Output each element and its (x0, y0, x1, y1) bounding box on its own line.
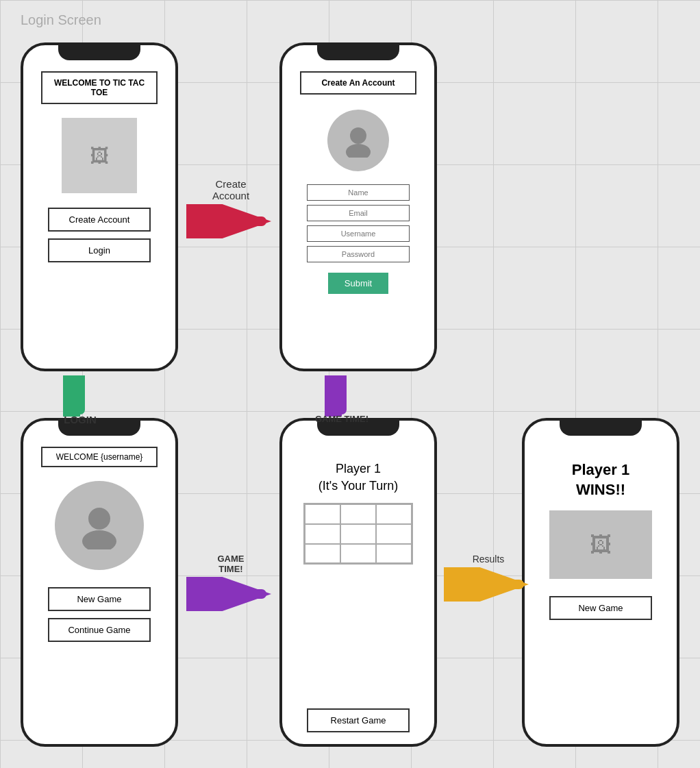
login-image-placeholder: 🖼 (62, 118, 137, 193)
results-image-placeholder: 🖼 (549, 510, 652, 579)
svg-point-1 (346, 144, 371, 158)
cell-4[interactable] (305, 524, 340, 544)
cell-1[interactable] (305, 504, 340, 524)
svg-point-3 (82, 530, 116, 549)
phone-login: WELCOME TO TIC TAC TOE 🖼 Create Account … (21, 42, 178, 371)
login-button[interactable]: Login (48, 238, 151, 262)
continue-game-button[interactable]: Continue Game (48, 618, 151, 642)
down-arrow-purple-icon (325, 375, 359, 417)
cell-7[interactable] (305, 544, 340, 564)
phone-game: Player 1 (It's Your Turn) Restart Game (279, 418, 437, 747)
down-arrow-green-icon (63, 375, 97, 417)
user-avatar (55, 481, 144, 570)
new-game-button[interactable]: New Game (48, 587, 151, 611)
phone-notch-2 (317, 45, 399, 60)
create-account-arrow: CreateAccount (186, 178, 275, 238)
game-time-top-arrow: GAME TIME! (315, 375, 368, 427)
right-arrow-yellow-icon (444, 567, 533, 602)
tic-tac-toe-grid[interactable] (303, 503, 413, 565)
page-label: Login Screen (21, 12, 101, 28)
welcome-title: WELCOME TO TIC TAC TOE (41, 71, 158, 104)
right-arrow-red-icon (186, 204, 275, 238)
game-time-top-arrow-label: GAME TIME! (315, 414, 368, 424)
player-turn-title: Player 1 (It's Your Turn) (318, 460, 399, 495)
cell-8[interactable] (340, 544, 376, 564)
phone-results: Player 1 WINS!! 🖼 New Game (522, 418, 679, 747)
welcome-username-label: WELCOME {username} (41, 447, 158, 467)
cell-5[interactable] (340, 524, 376, 544)
cell-3[interactable] (376, 504, 412, 524)
password-input[interactable] (307, 246, 410, 262)
right-arrow-purple-icon (186, 577, 275, 611)
phone-notch (58, 45, 140, 60)
svg-point-0 (350, 127, 366, 144)
avatar (327, 110, 389, 171)
restart-game-button[interactable]: Restart Game (307, 708, 410, 732)
name-input[interactable] (307, 184, 410, 201)
phone-create-account: Create An Account Submit (279, 42, 437, 371)
game-time-right-arrow-label: GAMETIME! (218, 554, 245, 574)
phone-dashboard: WELCOME {username} New Game Continue Gam… (21, 418, 178, 747)
results-image-icon: 🖼 (590, 532, 612, 558)
create-account-arrow-label: CreateAccount (212, 178, 249, 201)
image-icon: 🖼 (90, 145, 109, 167)
login-arrow: LOGIN (63, 375, 97, 428)
create-account-title: Create An Account (300, 71, 416, 95)
login-arrow-label: LOGIN (64, 414, 97, 425)
phone-notch-5 (560, 421, 642, 436)
cell-6[interactable] (376, 524, 412, 544)
game-time-right-arrow: GAMETIME! (186, 554, 275, 611)
results-arrow: Results (444, 554, 533, 602)
email-input[interactable] (307, 205, 410, 221)
username-input[interactable] (307, 225, 410, 242)
results-new-game-button[interactable]: New Game (549, 596, 652, 620)
svg-point-2 (88, 508, 110, 530)
cell-9[interactable] (376, 544, 412, 564)
submit-button[interactable]: Submit (328, 273, 388, 294)
winner-title: Player 1 WINS!! (572, 460, 629, 499)
create-account-button[interactable]: Create Account (48, 208, 151, 232)
user-avatar-icon (341, 123, 375, 158)
results-arrow-label: Results (473, 554, 505, 565)
dashboard-user-icon (75, 501, 123, 549)
cell-2[interactable] (340, 504, 376, 524)
